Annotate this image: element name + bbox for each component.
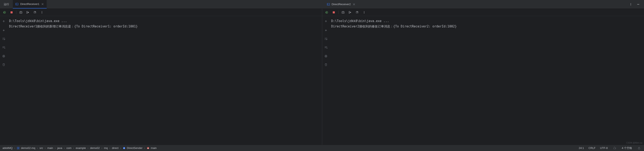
chevron-right-icon: › xyxy=(109,147,110,150)
console-body-2: D:\Tools\jdkk8\bin\java.exe ... DirectRe… xyxy=(322,16,644,145)
breadcrumb-item-method[interactable]: m main xyxy=(147,147,156,150)
svg-rect-15 xyxy=(342,11,344,13)
divider xyxy=(16,10,16,14)
svg-point-5 xyxy=(42,12,42,12)
tabs-right: DirectReceiver2 xyxy=(322,0,644,9)
trash-icon[interactable] xyxy=(1,62,6,68)
breadcrumb-item[interactable]: java xyxy=(57,147,62,150)
pane-header-actions xyxy=(628,2,644,7)
svg-point-3 xyxy=(20,12,21,13)
print-icon[interactable] xyxy=(1,53,6,59)
breadcrumb-item-module[interactable]: demo02-mq xyxy=(17,147,35,150)
breadcrumb-item[interactable]: src xyxy=(40,147,43,150)
svg-point-29 xyxy=(614,147,616,149)
file-encoding[interactable]: UTF-8 xyxy=(600,147,608,150)
scroll-to-end-icon[interactable] xyxy=(1,45,6,50)
output-line: D:\Tools\jdkk8\bin\java.exe ... xyxy=(331,19,389,23)
svg-rect-8 xyxy=(3,55,4,56)
svg-rect-10 xyxy=(327,3,330,5)
close-icon[interactable] xyxy=(352,3,356,6)
breadcrumb-item[interactable]: demo02 xyxy=(90,147,100,150)
svg-point-18 xyxy=(364,12,364,12)
svg-point-16 xyxy=(343,12,344,13)
output-line: DirectReceiver2接收到的修改订单消息：{To DirectRece… xyxy=(331,24,457,28)
soft-wrap-icon[interactable] xyxy=(1,36,6,42)
svg-rect-24 xyxy=(18,148,18,149)
print-icon[interactable] xyxy=(323,53,329,59)
chevron-right-icon: › xyxy=(14,147,15,150)
line-separator[interactable]: CRLF xyxy=(588,147,596,150)
more-vert-icon[interactable] xyxy=(362,10,366,15)
console-split: D:\Tools\jdkk8\bin\java.exe ... DirectRe… xyxy=(0,9,644,145)
breadcrumb-label: demo02-mq xyxy=(21,147,35,150)
exit-icon[interactable] xyxy=(348,10,352,15)
more-vert-icon[interactable] xyxy=(628,2,633,7)
breadcrumb-root[interactable]: abbitMQ xyxy=(2,147,12,150)
breadcrumb-item[interactable]: main xyxy=(47,147,53,150)
svg-rect-2 xyxy=(20,11,22,13)
exit-icon[interactable] xyxy=(26,10,30,15)
breadcrumb-item[interactable]: mq xyxy=(104,147,108,150)
breadcrumb-item[interactable]: direct xyxy=(112,147,118,150)
rerun-icon[interactable] xyxy=(2,10,7,15)
svg-point-13 xyxy=(630,5,631,5)
arrow-up-icon[interactable] xyxy=(323,18,329,24)
tab-label: DirectReceiver1 xyxy=(20,2,39,5)
chevron-right-icon: › xyxy=(88,147,88,150)
chevron-right-icon: › xyxy=(73,147,74,150)
console-toolbar-2 xyxy=(322,9,644,16)
svg-rect-30 xyxy=(638,148,640,149)
arrow-down-icon[interactable] xyxy=(323,27,329,33)
loading-spinner-icon xyxy=(612,146,617,151)
breadcrumb: abbitMQ › demo02-mq › src › main › java … xyxy=(2,147,156,150)
breadcrumb-item-class[interactable]: C DirectSender xyxy=(123,147,142,150)
minimize-icon[interactable] xyxy=(636,2,641,7)
lock-icon[interactable] xyxy=(636,146,642,151)
svg-point-12 xyxy=(630,4,631,4)
console-pane-1: D:\Tools\jdkk8\bin\java.exe ... DirectRe… xyxy=(0,9,322,145)
breadcrumb-label: main xyxy=(151,147,156,150)
console-output-2[interactable]: D:\Tools\jdkk8\bin\java.exe ... DirectRe… xyxy=(330,16,644,145)
module-icon xyxy=(17,147,20,150)
console-pane-2: DirectReceiver2 xyxy=(322,9,644,145)
svg-rect-1 xyxy=(10,11,12,13)
stop-icon[interactable] xyxy=(331,10,336,15)
trash-icon[interactable] xyxy=(323,62,329,68)
more-vert-icon[interactable] xyxy=(40,10,44,15)
soft-wrap-icon[interactable] xyxy=(323,36,329,42)
chevron-right-icon: › xyxy=(37,147,38,150)
console-icon xyxy=(327,3,330,6)
svg-rect-14 xyxy=(333,11,335,13)
camera-icon[interactable] xyxy=(18,10,23,15)
stop-icon[interactable] xyxy=(9,10,14,15)
rerun-icon[interactable] xyxy=(324,10,329,15)
svg-text:m: m xyxy=(148,147,149,149)
arrow-up-icon[interactable] xyxy=(1,18,6,24)
chevron-right-icon: › xyxy=(64,147,65,150)
console-output-1[interactable]: D:\Tools\jdkk8\bin\java.exe ... DirectRe… xyxy=(8,16,322,145)
arrow-down-icon[interactable] xyxy=(1,27,6,33)
chevron-right-icon: › xyxy=(55,147,56,150)
caret-position[interactable]: 24:1 xyxy=(579,147,584,150)
svg-text:C: C xyxy=(124,147,125,149)
svg-point-19 xyxy=(364,13,364,13)
tab-directreceiver2[interactable]: DirectReceiver2 xyxy=(324,0,358,8)
status-bar: abbitMQ › demo02-mq › src › main › java … xyxy=(0,145,644,151)
breadcrumb-item[interactable]: example xyxy=(76,147,86,150)
camera-icon[interactable] xyxy=(340,10,346,15)
svg-point-11 xyxy=(630,3,631,3)
indent-setting[interactable]: 4 个空格 xyxy=(622,146,632,150)
svg-point-6 xyxy=(42,13,42,13)
output-line: DirectReceiver1接收到的新增订单消息是：{To DirectRec… xyxy=(9,24,138,28)
tab-directreceiver1[interactable]: DirectReceiver1 xyxy=(13,0,47,8)
breadcrumb-item[interactable]: com xyxy=(66,147,72,150)
profile-icon[interactable] xyxy=(355,10,360,15)
svg-point-17 xyxy=(364,11,364,11)
chevron-right-icon: › xyxy=(45,147,46,150)
scroll-to-end-icon[interactable] xyxy=(323,45,329,50)
close-icon[interactable] xyxy=(41,2,44,6)
divider xyxy=(338,10,338,14)
profile-icon[interactable] xyxy=(32,10,38,15)
console-body-1: D:\Tools\jdkk8\bin\java.exe ... DirectRe… xyxy=(0,16,322,145)
watermark: CSDN @Allen-xu xyxy=(626,142,642,144)
